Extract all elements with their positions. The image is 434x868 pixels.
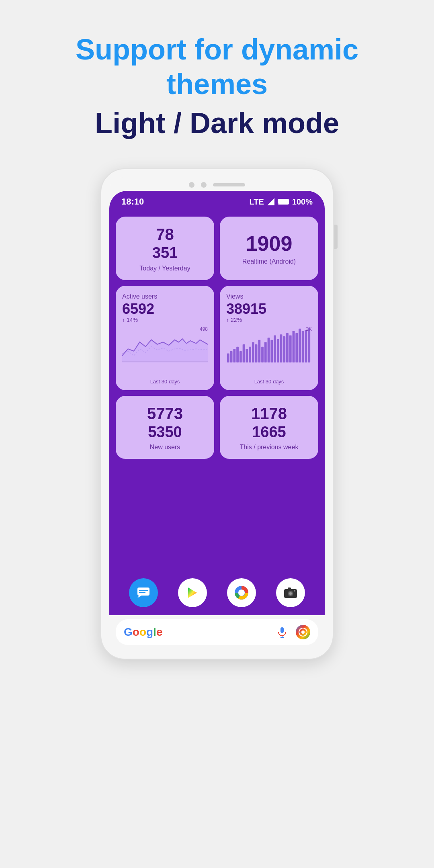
dashboard-grid: 78 351 Today / Yesterday 1909 Realtime (…: [116, 217, 318, 459]
svg-rect-29: [308, 328, 310, 363]
svg-rect-8: [243, 344, 245, 362]
card-today-yesterday[interactable]: 78 351 Today / Yesterday: [116, 217, 214, 280]
messages-icon-svg: [136, 585, 151, 600]
svg-rect-3: [227, 354, 229, 363]
svg-rect-4: [230, 351, 233, 362]
svg-rect-32: [139, 590, 148, 591]
svg-rect-25: [295, 333, 298, 362]
camera-dot-2: [201, 182, 207, 188]
views-number: 38915: [226, 301, 266, 317]
svg-rect-16: [268, 338, 270, 362]
yesterday-number: 351: [152, 244, 178, 262]
svg-rect-42: [288, 588, 291, 590]
svg-rect-11: [252, 342, 254, 363]
svg-rect-23: [289, 336, 292, 363]
google-search-bar[interactable]: Google: [116, 619, 318, 645]
active-users-title: Active users: [122, 293, 157, 300]
svg-rect-44: [280, 627, 284, 633]
realtime-number: 1909: [246, 231, 293, 256]
card-active-users[interactable]: Active users 6592 ↑ 14% 498: [116, 286, 214, 390]
svg-rect-9: [246, 349, 248, 363]
svg-rect-52: [305, 632, 307, 633]
new-users-number2: 5350: [148, 423, 182, 442]
svg-point-41: [289, 592, 292, 595]
header-section: Support for dynamic themes Light / Dark …: [0, 0, 434, 156]
bar-chart-svg: [226, 326, 312, 362]
svg-rect-22: [286, 333, 289, 362]
card-week[interactable]: 1178 1665 This / previous week: [220, 396, 318, 459]
mic-icon-svg: [276, 626, 288, 638]
google-logo: Google: [124, 626, 162, 639]
svg-rect-5: [233, 349, 235, 363]
svg-rect-13: [258, 340, 260, 362]
camera-icon[interactable]: [276, 578, 305, 607]
phone-mockup: 18:10 LTE 100%: [100, 168, 334, 659]
svg-rect-20: [280, 335, 283, 363]
new-users-number1: 5773: [147, 404, 183, 423]
card-views[interactable]: Views 38915 ↑ 22% 2K: [220, 286, 318, 390]
card-new-users[interactable]: 5773 5350 New users: [116, 396, 214, 459]
svg-rect-28: [305, 330, 307, 362]
status-time: 18:10: [121, 197, 144, 207]
views-period: Last 30 days: [226, 379, 312, 385]
mic-icon[interactable]: [275, 625, 289, 639]
lte-indicator: LTE: [250, 197, 264, 207]
line-chart-svg: [122, 326, 208, 362]
chrome-icon[interactable]: [227, 578, 256, 607]
svg-marker-34: [188, 588, 197, 598]
search-icons: [275, 625, 310, 639]
svg-rect-51: [299, 632, 301, 633]
svg-point-37: [240, 591, 244, 595]
svg-rect-21: [283, 336, 285, 362]
camera-dot-1: [189, 182, 194, 188]
views-chart-max: 2K: [306, 326, 312, 332]
realtime-label: Realtime (Android): [242, 258, 296, 265]
svg-point-43: [294, 590, 295, 592]
svg-rect-30: [137, 588, 149, 596]
svg-point-48: [301, 631, 305, 634]
views-title: Views: [226, 293, 243, 300]
google-lens-icon[interactable]: [296, 625, 310, 639]
active-users-period: Last 30 days: [122, 379, 208, 385]
active-users-number: 6592: [122, 301, 154, 317]
svg-rect-15: [264, 342, 267, 363]
svg-rect-12: [255, 344, 258, 362]
messages-icon[interactable]: [129, 578, 158, 607]
svg-rect-33: [139, 592, 145, 593]
lens-icon-svg: [298, 627, 308, 637]
chart-max-label: 498: [200, 326, 208, 332]
active-users-percent: ↑ 14%: [122, 317, 138, 323]
week-number2: 1665: [252, 423, 286, 442]
camera-icon-svg: [283, 585, 298, 600]
svg-rect-49: [303, 628, 303, 630]
svg-rect-18: [274, 336, 276, 363]
svg-rect-50: [303, 635, 303, 636]
svg-rect-17: [270, 340, 273, 362]
svg-rect-10: [249, 347, 251, 362]
today-label: Today / Yesterday: [139, 265, 190, 272]
header-title-line1: Support for dynamic themes: [24, 32, 410, 102]
week-number1: 1178: [251, 404, 287, 423]
signal-icon: [267, 198, 274, 205]
svg-rect-27: [302, 331, 304, 363]
chrome-icon-svg: [234, 585, 249, 600]
header-title-line2: Light / Dark mode: [24, 106, 410, 140]
new-users-label: New users: [150, 444, 180, 451]
views-percent: ↑ 22%: [226, 317, 242, 323]
svg-rect-14: [261, 347, 264, 362]
card-realtime[interactable]: 1909 Realtime (Android): [220, 217, 318, 280]
svg-rect-26: [299, 329, 301, 362]
today-number: 78: [156, 225, 174, 244]
views-chart: 2K: [226, 326, 312, 375]
battery-percent: 100%: [292, 197, 313, 207]
svg-marker-0: [267, 198, 274, 205]
play-store-icon-svg: [185, 585, 200, 600]
svg-rect-24: [293, 331, 295, 363]
active-users-chart: 498: [122, 326, 208, 375]
svg-marker-31: [137, 596, 141, 598]
svg-rect-6: [236, 347, 239, 362]
status-bar: 18:10 LTE 100%: [109, 191, 325, 210]
svg-rect-7: [240, 351, 242, 362]
play-store-icon[interactable]: [178, 578, 207, 607]
speaker-bar: [213, 183, 245, 186]
